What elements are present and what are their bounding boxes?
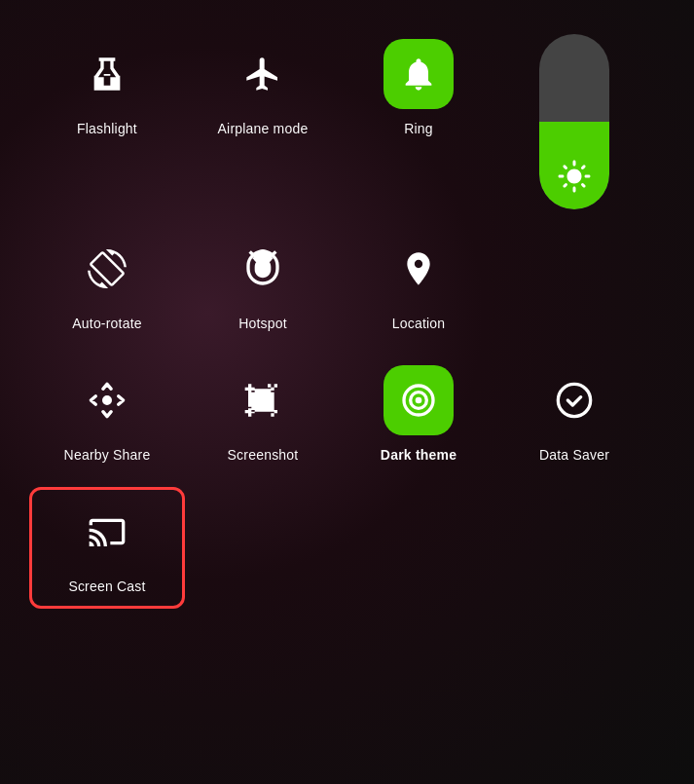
- nearby-share-tile[interactable]: Nearby Share: [29, 355, 185, 477]
- location-icon-wrap: [384, 234, 454, 304]
- location-label: Location: [392, 316, 446, 331]
- screenshot-tile[interactable]: Screenshot: [185, 355, 341, 477]
- screenshot-label: Screenshot: [228, 447, 299, 463]
- auto-rotate-label: Auto-rotate: [72, 316, 141, 331]
- airplane-icon: [243, 55, 282, 93]
- hotspot-tile[interactable]: Hotspot: [185, 224, 341, 346]
- nearby-share-icon: [88, 381, 127, 420]
- brightness-tile[interactable]: [496, 29, 652, 214]
- ring-icon: [399, 55, 438, 93]
- airplane-icon-wrap: [228, 39, 298, 109]
- auto-rotate-icon: [88, 249, 127, 288]
- hotspot-icon-wrap: [228, 234, 298, 304]
- screenshot-icon-wrap: [228, 365, 298, 435]
- airplane-mode-tile[interactable]: Airplane mode: [185, 29, 341, 214]
- flashlight-label: Flashlight: [77, 121, 137, 136]
- data-saver-icon: [555, 381, 594, 420]
- nearby-share-label: Nearby Share: [64, 447, 151, 463]
- ring-tile[interactable]: Ring: [341, 29, 496, 214]
- data-saver-tile[interactable]: Data Saver: [496, 355, 652, 477]
- svg-point-0: [104, 397, 111, 404]
- flashlight-icon-wrap: [72, 39, 142, 109]
- dark-theme-tile[interactable]: Dark theme: [341, 355, 496, 477]
- svg-point-4: [558, 384, 590, 416]
- brightness-icon: [557, 159, 592, 194]
- hotspot-icon: [243, 249, 282, 288]
- location-tile[interactable]: Location: [341, 224, 496, 346]
- auto-rotate-tile[interactable]: Auto-rotate: [29, 224, 185, 346]
- hotspot-label: Hotspot: [238, 316, 287, 331]
- screen-cast-icon-wrap: [72, 497, 142, 567]
- brightness-slider[interactable]: [539, 34, 609, 209]
- location-icon: [399, 249, 438, 288]
- dark-theme-icon: [399, 381, 438, 420]
- ring-label: Ring: [404, 121, 433, 136]
- brightness-icon-container: [557, 159, 592, 198]
- ring-icon-wrap: [384, 39, 454, 109]
- screen-cast-tile[interactable]: Screen Cast: [29, 487, 185, 609]
- data-saver-label: Data Saver: [539, 447, 609, 463]
- dark-theme-icon-wrap: [384, 365, 454, 435]
- svg-point-3: [416, 397, 422, 404]
- nearby-share-icon-wrap: [72, 365, 142, 435]
- flashlight-tile[interactable]: Flashlight: [29, 29, 185, 214]
- flashlight-icon: [88, 55, 127, 93]
- dark-theme-label: Dark theme: [381, 447, 457, 463]
- quick-settings-grid: Flashlight Airplane mode Ring: [19, 19, 675, 618]
- screen-cast-icon: [88, 512, 127, 551]
- auto-rotate-icon-wrap: [72, 234, 142, 304]
- data-saver-icon-wrap: [539, 365, 609, 435]
- airplane-mode-label: Airplane mode: [218, 121, 309, 136]
- screenshot-icon: [243, 381, 282, 420]
- screen-cast-label: Screen Cast: [68, 579, 145, 594]
